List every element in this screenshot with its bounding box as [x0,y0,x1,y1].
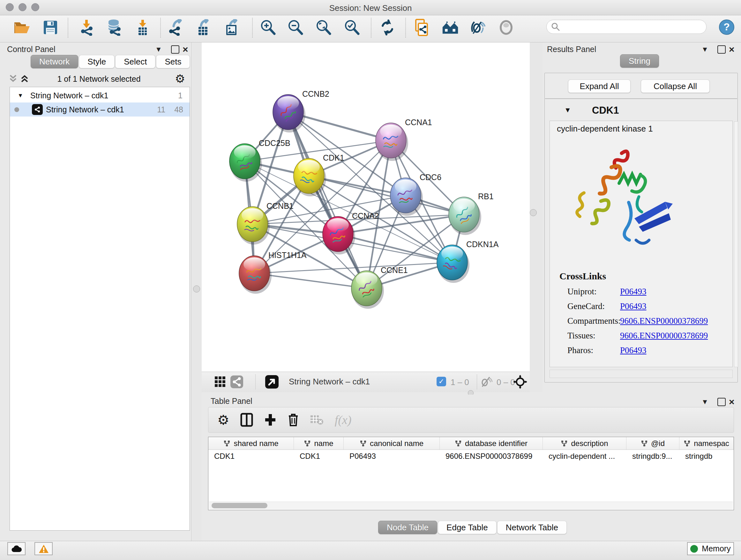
column-type-icon [360,440,367,447]
column-header-description[interactable]: description [543,437,626,449]
results-horizontal-scrollbar[interactable] [549,370,733,378]
table-panel-collapse-icon[interactable]: ▼ [701,398,709,406]
add-column-icon[interactable] [264,413,277,427]
cdk1-section-title[interactable]: CDK1 [592,105,619,116]
tab-select[interactable]: Select [115,55,155,68]
control-panel-close-icon[interactable]: × [183,44,188,55]
delete-table-icon[interactable] [310,414,324,426]
cloud-status-button[interactable] [7,542,25,555]
results-panel-close-icon[interactable]: × [729,44,735,55]
column-header-database-identifier[interactable]: database identifier [440,437,543,449]
results-vertical-scrollbar[interactable] [734,121,738,367]
control-panel-float-icon[interactable] [171,45,179,54]
open-session-icon[interactable] [13,19,30,36]
expand-all-tree-icon[interactable] [20,73,29,84]
network-options-gear-icon[interactable]: ⚙ [175,72,185,85]
right-splitter-handle[interactable] [530,209,537,216]
help-icon[interactable]: ? [719,19,735,35]
import-network-database-icon[interactable] [105,19,122,36]
left-splitter-handle[interactable] [193,286,200,293]
hide-results-glasses-icon[interactable] [470,19,487,36]
node-table[interactable]: shared namenamecanonical namedatabase id… [208,437,734,510]
network-node-ccnb2[interactable]: CCNB2 [273,89,329,132]
selected-checkbox-icon[interactable]: ✓ [436,377,446,386]
search-input[interactable] [560,22,697,32]
network-node-ccna1[interactable]: CCNA1 [376,118,432,161]
show-eye-icon[interactable] [498,19,515,36]
network-node-rb1[interactable]: RB1 [449,192,494,235]
collapse-all-tree-icon[interactable] [8,73,18,84]
tree-expand-icon[interactable]: ▼ [17,92,23,99]
table-cell[interactable]: CDK1 [208,450,294,462]
delete-column-icon[interactable] [287,413,299,427]
zoom-in-icon[interactable] [260,19,276,36]
table-cell[interactable]: 9606.ENSP00000378699 [440,450,543,462]
zoom-selected-icon[interactable] [344,19,360,36]
network-node-cdc6[interactable]: CDC6 [390,173,441,216]
table-cell[interactable]: P06493 [344,450,440,462]
column-header-id[interactable]: @id [626,437,679,449]
table-row[interactable]: CDK1CDK1P064939606.ENSP00000378699cyclin… [208,450,734,462]
collapse-all-button[interactable]: Collapse All [641,79,710,93]
results-panel-float-icon[interactable] [718,45,726,54]
string-share-icon[interactable] [230,375,244,389]
network-tree-root-row[interactable]: ▼ String Network – cdk1 1 [10,88,190,103]
table-cell[interactable]: stringdb:9... [626,450,679,462]
save-session-icon[interactable] [42,19,59,36]
tab-network[interactable]: Network [30,55,78,68]
tab-string[interactable]: String [620,54,659,68]
table-settings-gear-icon[interactable]: ⚙ [217,412,229,428]
export-image-icon[interactable] [223,19,240,36]
fit-crosshair-icon[interactable] [513,375,527,389]
column-header-namespac[interactable]: namespac [679,437,734,449]
birdseye-view-icon[interactable] [265,375,279,389]
table-cell[interactable]: stringdb [679,450,734,462]
tab-node-table[interactable]: Node Table [378,521,437,534]
network-node-cdkn1a[interactable]: CDKN1A [437,240,499,283]
table-panel-close-icon[interactable]: × [729,396,735,408]
results-panel-title: Results Panel [547,45,596,54]
network-canvas[interactable]: CCNB2CCNA1CDC25BCDK1CDC6RB1CCNB1CCNA2CDK… [202,43,530,372]
crosslink-link[interactable]: 9606.ENSP00000378699 [620,331,708,341]
open-documents-icon[interactable] [414,19,430,36]
crosslink-link[interactable]: P06493 [620,301,647,311]
function-builder-icon[interactable]: f(x) [335,413,352,427]
tab-sets[interactable]: Sets [156,55,190,68]
tab-style[interactable]: Style [79,55,115,68]
results-panel-collapse-icon[interactable]: ▼ [701,45,709,54]
network-tree-child-row[interactable]: String Network – cdk1 11 48 [10,103,190,117]
export-network-icon[interactable] [167,19,184,36]
search-box[interactable] [546,20,706,34]
table-scrollbar-thumb[interactable] [212,503,267,508]
column-header-canonical-name[interactable]: canonical name [344,437,440,449]
import-network-file-icon[interactable] [78,19,95,36]
network-edge[interactable] [288,112,367,288]
crosslink-link[interactable]: P06493 [620,287,647,297]
network-node-cdk1[interactable]: CDK1 [293,153,344,196]
cdk1-section-collapse-icon[interactable]: ▼ [564,106,571,114]
network-node-cdc25b[interactable]: CDC25B [229,138,290,182]
table-cell[interactable]: CDK1 [294,450,344,462]
right-splitter[interactable] [530,43,542,392]
string-home-icon[interactable] [442,19,459,36]
table-cell[interactable]: cyclin-dependent ... [543,450,626,462]
tab-edge-table[interactable]: Edge Table [438,521,496,534]
tab-network-table[interactable]: Network Table [497,521,567,534]
table-panel-float-icon[interactable] [718,398,726,406]
column-header-shared-name[interactable]: shared name [208,437,294,449]
expand-all-button[interactable]: Expand All [568,79,630,93]
refresh-icon[interactable] [379,19,396,36]
zoom-out-icon[interactable] [287,19,304,36]
import-table-icon[interactable] [134,19,151,36]
show-columns-icon[interactable] [240,413,253,427]
zoom-fit-icon[interactable] [315,19,332,36]
warning-status-button[interactable] [35,542,53,555]
crosslink-link[interactable]: 9606.ENSP00000378699 [620,316,708,326]
crosslink-link[interactable]: P06493 [620,346,647,355]
column-header-name[interactable]: name [294,437,344,449]
overview-grid-icon[interactable] [213,375,227,389]
memory-button[interactable]: Memory [687,542,734,555]
export-table-icon[interactable] [195,19,212,36]
control-panel-collapse-icon[interactable]: ▼ [155,45,162,54]
table-horizontal-scrollbar[interactable] [209,502,733,509]
